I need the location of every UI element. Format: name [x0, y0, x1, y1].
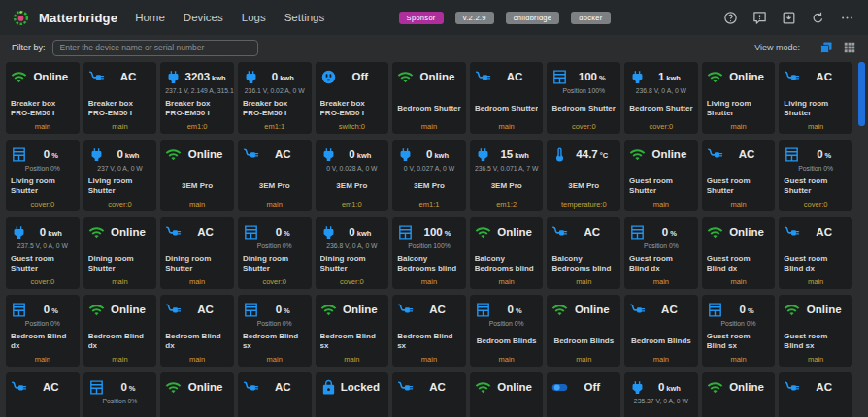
- filter-input[interactable]: [52, 40, 258, 56]
- device-endpoint: main: [475, 277, 539, 286]
- status-unit: %: [445, 229, 451, 238]
- device-status: Locked: [337, 381, 384, 393]
- device-card[interactable]: ACBedroom Blind dxmain: [160, 295, 234, 367]
- device-measurements: [707, 86, 771, 95]
- device-card[interactable]: 44.7°C3EM Protemperature:0: [547, 140, 620, 211]
- device-card[interactable]: OnlineBedroom Blind dxmain: [83, 295, 157, 367]
- device-card[interactable]: 0kwh0 V, 0.027 A, 0 W3EM Proem1:1: [392, 140, 466, 211]
- device-card[interactable]: 0kwh236.1 V, 0.02 A, 0 WBreaker box PRO-…: [238, 62, 312, 134]
- help-icon[interactable]: [723, 11, 738, 25]
- more-icon[interactable]: [840, 11, 854, 25]
- device-measurements: [320, 319, 384, 328]
- power-plug-icon: [397, 146, 414, 163]
- device-card[interactable]: Off: [547, 372, 620, 417]
- device-card[interactable]: ACBedroom Blindsmain: [624, 295, 698, 367]
- bridge-mode-badge: childbridge: [506, 12, 560, 24]
- device-measurements: Position 0%: [243, 241, 307, 250]
- device-endpoint: main: [629, 277, 693, 286]
- device-endpoint: temperature:0: [551, 200, 616, 208]
- device-card[interactable]: 100%Position 100%Balcony Bedrooms blindm…: [392, 217, 466, 289]
- device-card[interactable]: OffBreaker box PRO-EM50 Iswitch:0: [316, 62, 389, 134]
- device-card[interactable]: OnlineBedroom Shuttermain: [392, 62, 466, 134]
- feedback-icon[interactable]: [752, 11, 767, 25]
- device-card[interactable]: AC3EM Promain: [238, 140, 312, 211]
- device-card[interactable]: ACBedroom Shuttermain: [470, 62, 544, 134]
- device-card[interactable]: Online: [160, 372, 234, 417]
- device-card[interactable]: 0%Position 0%Guest room Blind dxmain: [624, 217, 698, 289]
- device-card[interactable]: 0%Position 0%Bedroom Blind dxmain: [6, 295, 80, 367]
- device-card[interactable]: 0kwh236.8 V, 0 A, 0 WDining room Shutter…: [316, 217, 389, 289]
- update-icon[interactable]: [782, 11, 796, 25]
- wifi-icon: [11, 69, 27, 85]
- device-status: 0kwh: [105, 148, 152, 160]
- device-card[interactable]: ACBedroom Blind sxmain: [392, 295, 466, 367]
- vertical-scrollbar-thumb[interactable]: [858, 62, 865, 126]
- device-card[interactable]: 0%Position 0%Dining room Shuttercover:0: [238, 217, 312, 289]
- restart-icon[interactable]: [811, 11, 825, 25]
- device-card[interactable]: OnlineBedroom Blind sxmain: [316, 295, 389, 367]
- device-card[interactable]: OnlineBedroom Blindsmain: [547, 295, 620, 367]
- device-card[interactable]: AC: [779, 372, 852, 417]
- device-card[interactable]: ACLiving room Shuttermain: [779, 62, 852, 134]
- status-unit: %: [129, 384, 136, 393]
- device-card[interactable]: 0%Position 0%Living room Shuttercover:0: [6, 140, 80, 211]
- cards-view-icon[interactable]: [819, 41, 833, 54]
- device-measurements: [475, 241, 539, 250]
- device-card[interactable]: ACGuest room Shuttermain: [702, 140, 776, 211]
- device-card[interactable]: 3203kwh237.1 V, 2.149 A, 315.1 WBreaker …: [160, 62, 234, 134]
- device-card[interactable]: OnlineGuest room Blind dxmain: [702, 217, 776, 289]
- device-measurements: Position 0%: [707, 319, 771, 328]
- device-card[interactable]: OnlineBreaker box PRO-EM50 Imain: [6, 62, 80, 134]
- device-card[interactable]: 0%Position 0%Guest room Shuttercover:0: [779, 140, 852, 211]
- device-status: 0%: [27, 148, 75, 160]
- device-card[interactable]: OnlineBalcony Bedrooms blindmain: [470, 217, 544, 289]
- device-card[interactable]: 0kwh0 V, 0.028 A, 0 W3EM Proem1:0: [316, 140, 389, 211]
- device-card[interactable]: OnlineGuest room Shuttermain: [624, 140, 698, 211]
- device-card[interactable]: AC: [392, 372, 466, 417]
- status-unit: kwh: [515, 151, 529, 160]
- device-card[interactable]: ACBalcony Bedrooms blindmain: [547, 217, 620, 289]
- device-card[interactable]: AC: [238, 372, 312, 417]
- device-card[interactable]: 15kwh236.5 V, 0.071 A, 7 W3EM Proem1:2: [470, 140, 544, 211]
- device-card[interactable]: Online: [470, 372, 544, 417]
- device-card[interactable]: 0%Position 0%Bedroom Blindsmain: [470, 295, 544, 367]
- device-name: Bedroom Shutter: [475, 104, 538, 113]
- nav-settings[interactable]: Settings: [284, 12, 325, 23]
- nav-devices[interactable]: Devices: [184, 12, 223, 23]
- grid-view-icon[interactable]: [843, 41, 856, 54]
- device-card[interactable]: OnlineLiving room Shuttermain: [702, 62, 776, 134]
- status-unit: %: [748, 306, 754, 315]
- device-card[interactable]: 0kwh237 V, 0 A, 0 WLiving room Shutterco…: [83, 140, 157, 211]
- device-card[interactable]: 0%Position 0%: [83, 372, 157, 417]
- device-card[interactable]: 0%Position 0%Guest room Blind sxmain: [702, 295, 776, 367]
- device-card[interactable]: Locked: [316, 372, 389, 417]
- device-card[interactable]: ACBreaker box PRO-EM50 Imain: [83, 62, 157, 134]
- status-unit: kwh: [666, 74, 681, 82]
- device-status: Online: [491, 226, 539, 238]
- device-card[interactable]: 0kwh237.5 V, 0 A, 0 WGuest room Shutterc…: [6, 217, 80, 289]
- device-card[interactable]: 100%Position 100%Bedroom Shuttercover:0: [547, 62, 620, 134]
- device-card[interactable]: Online3EM Promain: [160, 140, 234, 211]
- device-card[interactable]: ACGuest room Blind dxmain: [779, 217, 852, 289]
- device-card[interactable]: 1kwh236.8 V, 0 A, 0 WBedroom Shuttercove…: [624, 62, 698, 134]
- status-unit: %: [599, 74, 606, 82]
- nav-home[interactable]: Home: [135, 12, 165, 23]
- device-endpoint: cover:0: [551, 122, 616, 131]
- wifi-icon: [551, 302, 568, 318]
- nav-logs[interactable]: Logs: [242, 12, 266, 23]
- device-card[interactable]: OnlineGuest room Blind sxmain: [779, 295, 852, 367]
- device-status: 3203kwh: [182, 71, 229, 82]
- sponsor-badge[interactable]: Sponsor: [399, 12, 444, 24]
- device-name: Bedroom Shutter: [397, 104, 460, 113]
- device-card[interactable]: AC: [6, 372, 80, 417]
- device-card[interactable]: 0%Position 0%Bedroom Blind sxmain: [238, 295, 312, 367]
- device-status: AC: [491, 71, 539, 82]
- device-endpoint: main: [707, 277, 771, 286]
- device-card[interactable]: 0kwh235.37 V, 0 A, 0 W: [624, 372, 698, 417]
- device-card[interactable]: OnlineDining room Shuttermain: [83, 217, 157, 289]
- power-cord-icon: [88, 69, 105, 85]
- power-cord-icon: [629, 302, 646, 318]
- device-name: Living room Shutter: [88, 176, 152, 197]
- device-card[interactable]: ACDining room Shuttermain: [160, 217, 234, 289]
- device-card[interactable]: Online: [702, 372, 776, 417]
